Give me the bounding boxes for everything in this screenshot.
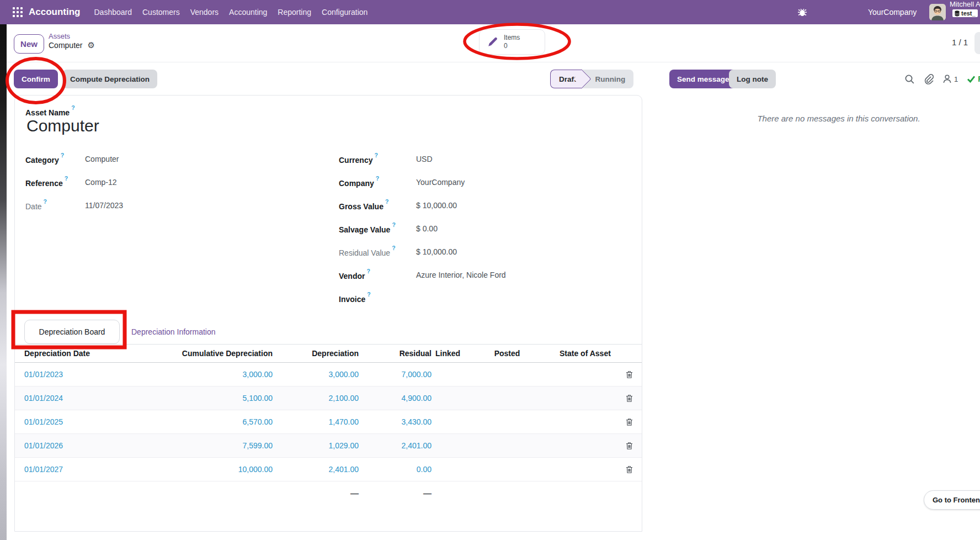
table-row: 01/01/2025 6,570.00 1,470.00 3,430.00 bbox=[15, 410, 642, 434]
field-value[interactable]: USD bbox=[416, 155, 433, 163]
actions-gear-icon[interactable]: ⚙ bbox=[87, 41, 94, 50]
header-cumulative-depreciation[interactable]: Cumulative Depreciation bbox=[142, 349, 273, 358]
field-value[interactable]: $ 0.00 bbox=[416, 224, 438, 233]
items-stat-button[interactable]: Items 0 bbox=[479, 29, 545, 55]
field-value[interactable]: $ 10,000.00 bbox=[416, 247, 457, 256]
database-name: test_ bbox=[961, 10, 976, 17]
cell-depreciation-date[interactable]: 01/01/2023 bbox=[15, 370, 142, 379]
header-linked[interactable]: Linked bbox=[432, 349, 471, 358]
followers-button[interactable]: 1 bbox=[942, 74, 958, 84]
following-check-icon bbox=[967, 75, 976, 83]
breadcrumb: Assets Computer ⚙ bbox=[49, 31, 95, 50]
field-invoice: Invoice? bbox=[339, 293, 626, 316]
field-category: Category? Computer bbox=[25, 154, 312, 177]
help-hint: ? bbox=[61, 152, 64, 158]
nav-menu-reporting[interactable]: Reporting bbox=[278, 7, 311, 18]
breadcrumb-bar: New Assets Computer ⚙ Items 0 1 / 1 bbox=[7, 24, 980, 62]
tab-depreciation-board[interactable]: Depreciation Board bbox=[24, 320, 120, 344]
header-state-of-asset[interactable]: State of Asset bbox=[543, 349, 626, 358]
cell-cumulative-depreciation[interactable]: 5,100.00 bbox=[142, 394, 273, 403]
following-button[interactable]: F bbox=[967, 75, 980, 83]
cell-residual[interactable]: 3,430.00 bbox=[359, 417, 432, 426]
desktop-edge-strip bbox=[0, 24, 7, 540]
confirm-button[interactable]: Confirm bbox=[14, 70, 58, 88]
field-value[interactable]: Computer bbox=[85, 155, 119, 163]
delete-row-button[interactable] bbox=[626, 418, 642, 426]
company-switcher[interactable]: YourCompany bbox=[868, 0, 917, 24]
field-vendor: Vendor? Azure Interior, Nicole Ford bbox=[339, 270, 626, 293]
cell-depreciation-date[interactable]: 01/01/2026 bbox=[15, 441, 142, 450]
cell-residual[interactable]: 4,900.00 bbox=[359, 394, 432, 403]
cell-depreciation[interactable]: 1,029.00 bbox=[273, 441, 359, 450]
delete-row-button[interactable] bbox=[626, 370, 642, 379]
table-row: 01/01/2026 7,599.00 1,029.00 2,401.00 bbox=[15, 434, 642, 458]
header-posted[interactable]: Posted bbox=[471, 349, 543, 358]
nav-menu-accounting[interactable]: Accounting bbox=[229, 7, 267, 18]
cell-depreciation[interactable]: 2,100.00 bbox=[273, 394, 359, 403]
cell-depreciation-date[interactable]: 01/01/2024 bbox=[15, 394, 142, 403]
cell-depreciation[interactable]: 2,401.00 bbox=[273, 465, 359, 474]
items-count: 0 bbox=[504, 42, 520, 50]
help-hint: ? bbox=[385, 198, 388, 205]
header-depreciation[interactable]: Depreciation bbox=[273, 349, 359, 358]
cell-residual[interactable]: 7,000.00 bbox=[359, 370, 432, 379]
trash-icon bbox=[626, 465, 633, 474]
chatter-toolbar: 1 F bbox=[904, 70, 980, 88]
search-icon[interactable] bbox=[904, 74, 915, 84]
field-salvage-value: Salvage Value? $ 0.00 bbox=[339, 224, 626, 247]
attachment-icon[interactable] bbox=[924, 74, 934, 84]
breadcrumb-parent[interactable]: Assets bbox=[49, 31, 95, 41]
cell-residual[interactable]: 2,401.00 bbox=[359, 441, 432, 450]
help-hint: ? bbox=[65, 175, 68, 182]
cell-residual[interactable]: 0.00 bbox=[359, 465, 432, 474]
delete-row-button[interactable] bbox=[626, 394, 642, 403]
send-message-button[interactable]: Send message bbox=[669, 70, 737, 88]
field-value[interactable]: $ 10,000.00 bbox=[416, 201, 457, 210]
cell-depreciation[interactable]: 1,470.00 bbox=[273, 417, 359, 426]
asset-name-label: Asset Name? bbox=[25, 107, 75, 117]
nav-menu-configuration[interactable]: Configuration bbox=[322, 7, 368, 18]
table-footer-row: — — bbox=[15, 481, 642, 505]
user-menu[interactable]: Mitchell A test_ bbox=[950, 0, 980, 24]
user-avatar[interactable] bbox=[929, 0, 946, 24]
field-residual-value: Residual Value? $ 10,000.00 bbox=[339, 247, 626, 270]
nav-menu-list: DashboardCustomersVendorsAccountingRepor… bbox=[94, 7, 368, 18]
cell-depreciation[interactable]: 3,000.00 bbox=[273, 370, 359, 379]
field-value[interactable]: Comp-12 bbox=[85, 178, 117, 187]
field-value[interactable]: YourCompany bbox=[416, 178, 465, 187]
cell-depreciation-date[interactable]: 01/01/2025 bbox=[15, 417, 142, 426]
statusbar-draft[interactable]: Draft bbox=[550, 70, 582, 88]
apps-grid-icon[interactable] bbox=[13, 7, 23, 17]
cell-cumulative-depreciation[interactable]: 6,570.00 bbox=[142, 417, 273, 426]
tab-depreciation-information[interactable]: Depreciation Information bbox=[131, 327, 216, 336]
app-name[interactable]: Accounting bbox=[29, 7, 81, 18]
nav-menu-vendors[interactable]: Vendors bbox=[190, 7, 219, 18]
following-label: F bbox=[978, 75, 980, 83]
cell-cumulative-depreciation[interactable]: 10,000.00 bbox=[142, 465, 273, 474]
table-row: 01/01/2024 5,100.00 2,100.00 4,900.00 bbox=[15, 387, 642, 410]
compute-depreciation-button[interactable]: Compute Depreciation bbox=[62, 70, 157, 88]
header-depreciation-date[interactable]: Depreciation Date bbox=[15, 349, 142, 358]
table-row: 01/01/2023 3,000.00 3,000.00 7,000.00 bbox=[15, 363, 642, 387]
nav-menu-customers[interactable]: Customers bbox=[142, 7, 180, 18]
log-note-button[interactable]: Log note bbox=[729, 70, 776, 88]
pencil-icon bbox=[487, 36, 499, 48]
cell-cumulative-depreciation[interactable]: 7,599.00 bbox=[142, 441, 273, 450]
trash-icon bbox=[626, 370, 633, 379]
go-to-frontend-button[interactable]: Go to Frontend bbox=[924, 490, 980, 510]
delete-row-button[interactable] bbox=[626, 442, 642, 450]
pager-nav-button[interactable] bbox=[974, 32, 980, 54]
field-currency: Currency? USD bbox=[339, 154, 626, 177]
asset-name-input[interactable]: Computer bbox=[26, 117, 99, 135]
trash-icon bbox=[626, 442, 633, 450]
cell-depreciation-date[interactable]: 01/01/2027 bbox=[15, 465, 142, 474]
header-residual[interactable]: Residual bbox=[359, 349, 432, 358]
field-value[interactable]: Azure Interior, Nicole Ford bbox=[416, 271, 506, 279]
new-button[interactable]: New bbox=[14, 34, 44, 54]
field-value[interactable]: 11/07/2023 bbox=[85, 201, 123, 210]
delete-row-button[interactable] bbox=[626, 465, 642, 474]
nav-menu-dashboard[interactable]: Dashboard bbox=[94, 7, 132, 18]
cell-cumulative-depreciation[interactable]: 3,000.00 bbox=[142, 370, 273, 379]
depreciation-table: Depreciation Date Cumulative Depreciatio… bbox=[15, 344, 642, 505]
bug-icon[interactable] bbox=[797, 0, 808, 24]
